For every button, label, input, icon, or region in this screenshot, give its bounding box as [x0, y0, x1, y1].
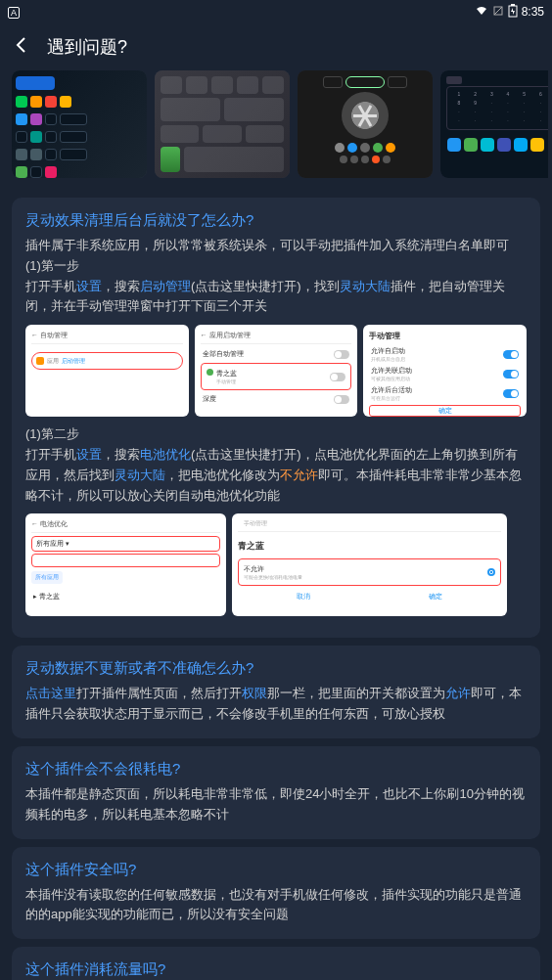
card-text: 本插件都是静态页面，所以耗电非常非常低，即使24小时全开，也比不上你刷10分钟的… — [25, 784, 527, 825]
faq-card-data-update: 灵动数据不更新或者不准确怎么办? 点击这里打开插件属性页面，然后打开权限那一栏，… — [12, 646, 540, 738]
gallery-item[interactable] — [155, 70, 290, 178]
settings-link[interactable]: 设置 — [76, 279, 102, 293]
gallery-item[interactable] — [12, 70, 147, 178]
faq-card-traffic: 这个插件消耗流量吗? 在插件意外遇到BUG而闪退或者卡住时，为了我方便定位问题，… — [12, 947, 540, 980]
page-title: 遇到问题? — [47, 35, 127, 59]
screenshot-manual-manage: 手动管理 允许自启动开机或后台自启 允许关联启动可被其他应用启动 允许后台活动可… — [363, 325, 527, 417]
card-text: (1)第二步 打开手机设置，搜索电池优化(点击这里快捷打开)，点电池优化界面的左… — [25, 424, 527, 506]
card-title: 这个插件安全吗? — [25, 861, 527, 879]
back-arrow-icon[interactable] — [12, 35, 31, 60]
click-here-link[interactable]: 点击这里 — [25, 686, 76, 700]
card-title: 灵动数据不更新或者不准确怎么办? — [25, 659, 527, 678]
scroll-content[interactable]: 1234567 89····· ······· ······· 灵动效果清理后台… — [0, 70, 552, 980]
card-title: 这个插件会不会很耗电? — [25, 760, 527, 779]
screenshot-app-manage: ← 应用启动管理 全部自动管理 青之蓝手动管理 深度 — [195, 325, 358, 417]
app-header: 遇到问题? — [0, 23, 552, 70]
theme-gallery[interactable]: 1234567 89····· ······· ······· — [4, 70, 548, 190]
svg-rect-3 — [511, 4, 515, 6]
status-bar: A 8:35 — [0, 0, 552, 23]
screenshot-row: ← 电池优化 所有应用 ▾ 所有应用 ▸ 青之蓝 手动管理 青之蓝 不允许可能会… — [25, 513, 527, 616]
gallery-item[interactable]: 1234567 89····· ······· ······· — [440, 70, 548, 178]
card-text: 插件属于非系统应用，所以常常被系统误杀，可以手动把插件加入系统清理白名单即可 (… — [25, 236, 527, 317]
card-title: 灵动效果清理后台后就没了怎么办? — [25, 211, 527, 230]
card-title: 这个插件消耗流量吗? — [25, 960, 527, 979]
battery-charging-icon — [508, 4, 518, 21]
gallery-item[interactable] — [298, 70, 433, 178]
screenshot-search: ← 自动管理 应用启动管理 — [25, 325, 189, 417]
app-indicator-icon: A — [8, 7, 20, 19]
permissions-link[interactable]: 权限 — [242, 686, 267, 700]
faq-card-security: 这个插件安全吗? 本插件没有读取您的任何敏感数据，也没有对手机做任何修改，插件实… — [12, 847, 540, 940]
wifi-icon — [475, 5, 488, 20]
not-allowed-text: 不允许 — [280, 468, 318, 482]
app-name-link: 灵动大陆 — [340, 279, 391, 293]
screenshot-battery-dialog: 手动管理 青之蓝 不允许可能会更快地消耗电池电量 取消确定 — [232, 513, 508, 616]
svg-line-1 — [494, 7, 502, 15]
startup-manage-link[interactable]: 启动管理 — [140, 279, 191, 293]
allow-text: 允许 — [445, 686, 471, 700]
battery-opt-link[interactable]: 电池优化 — [140, 447, 191, 462]
card-text: 本插件没有读取您的任何敏感数据，也没有对手机做任何修改，插件实现的功能只是普通的… — [25, 885, 527, 926]
card-text: 点击这里打开插件属性页面，然后打开权限那一栏，把里面的开关都设置为允许即可，本插… — [25, 684, 527, 725]
screenshot-battery-opt: ← 电池优化 所有应用 ▾ 所有应用 ▸ 青之蓝 — [25, 513, 226, 616]
faq-card-background-kill: 灵动效果清理后台后就没了怎么办? 插件属于非系统应用，所以常常被系统误杀，可以手… — [12, 198, 540, 638]
faq-card-battery: 这个插件会不会很耗电? 本插件都是静态页面，所以耗电非常非常低，即使24小时全开… — [12, 746, 540, 839]
no-sim-icon — [492, 5, 504, 20]
status-time: 8:35 — [522, 5, 544, 19]
app-name-link: 灵动大陆 — [115, 468, 165, 482]
screenshot-row: ← 自动管理 应用启动管理 ← 应用启动管理 全部自动管理 青之蓝手动管理 深度… — [25, 325, 527, 417]
settings-link[interactable]: 设置 — [76, 447, 102, 462]
